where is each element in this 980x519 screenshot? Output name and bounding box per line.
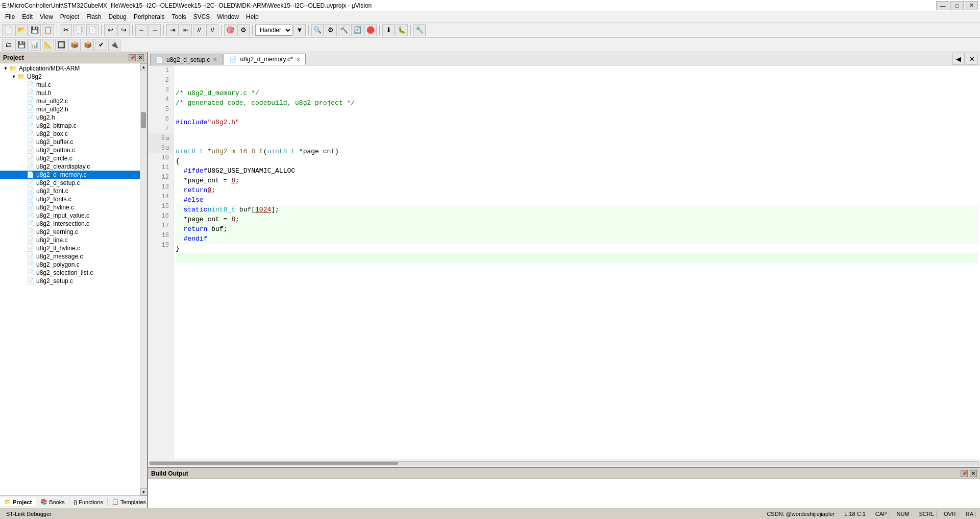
collapse-btn-9[interactable]: ⊟	[166, 145, 169, 151]
build-output-close[interactable]: ✕	[970, 470, 977, 477]
magic-wand-button[interactable]: 🔧	[413, 24, 426, 36]
menu-item-tools[interactable]: Tools	[169, 12, 189, 21]
handler-combo[interactable]: Handler	[255, 25, 292, 36]
tree-item-17[interactable]: 📄u8g2_hvline.c	[0, 203, 140, 211]
code-line-8[interactable]: {	[176, 156, 978, 166]
start-debug-button[interactable]: 🐛	[396, 24, 408, 36]
cut-button[interactable]: ✂	[60, 24, 72, 36]
nav-back-button[interactable]: ←	[135, 24, 148, 36]
redo-button[interactable]: ↪	[117, 24, 130, 36]
code-line-4[interactable]: #include "u8g2.h"	[176, 117, 978, 127]
check-in-out-button[interactable]: ✔	[95, 39, 107, 51]
code-line-6[interactable]	[176, 137, 978, 147]
code-line-12[interactable]: #else	[176, 195, 978, 205]
undo-button[interactable]: ↩	[104, 24, 116, 36]
tree-item-24[interactable]: 📄u8g2_polygon.c	[0, 261, 140, 269]
comment-button[interactable]: //	[193, 24, 205, 36]
manage-run-thread-button[interactable]: ▼	[293, 24, 306, 36]
tree-item-4[interactable]: 📄mui_u8g2.c	[0, 97, 140, 105]
tree-item-13[interactable]: 📄u8g2_d_memory.c	[0, 171, 140, 179]
tree-item-21[interactable]: 📄u8g2_line.c	[0, 236, 140, 244]
code-line-16[interactable]: #endif	[176, 234, 978, 244]
code-line-3[interactable]	[176, 108, 978, 117]
tree-item-12[interactable]: 📄u8g2_cleardisplay.c	[0, 162, 140, 171]
code-line-11[interactable]: return 0;	[176, 185, 978, 195]
menu-item-peripherals[interactable]: Peripherals	[131, 12, 168, 21]
tree-item-3[interactable]: 📄mui.h	[0, 89, 140, 97]
save-files-button[interactable]: 💾	[15, 39, 28, 51]
tree-item-25[interactable]: 📄u8g2_selection_list.c	[0, 269, 140, 277]
tree-item-10[interactable]: 📄u8g2_button.c	[0, 146, 140, 154]
download-button[interactable]: ⬇	[382, 24, 395, 36]
indent-button[interactable]: ⇥	[166, 24, 179, 36]
code-scrollbar[interactable]	[148, 459, 980, 467]
new-file-button[interactable]: 📄	[2, 24, 14, 36]
tree-expander-1[interactable]: ▼	[10, 73, 17, 80]
code-content[interactable]: /* u8g2_d_memory.c *//* generated code, …	[174, 65, 980, 459]
menu-item-debug[interactable]: Debug	[106, 12, 130, 21]
stop-build-button[interactable]: 🛑	[364, 24, 377, 36]
save-all-button[interactable]: 📋	[42, 24, 54, 36]
minimize-button[interactable]: —	[936, 1, 949, 10]
code-line-7[interactable]: uint8_t *u8g2_m_16_8_f(uint8_t *page_cnt…	[176, 147, 978, 156]
open-target-opts-button[interactable]: ⚙	[237, 24, 250, 36]
tree-item-18[interactable]: 📄u8g2_input_value.c	[0, 211, 140, 220]
tree-item-0[interactable]: ▼📁Application/MDK-ARM	[0, 64, 140, 73]
tree-item-11[interactable]: 📄u8g2_circle.c	[0, 154, 140, 162]
logic-analyzer-button[interactable]: 📐	[42, 39, 54, 51]
nav-forward-button[interactable]: →	[149, 24, 161, 36]
translate-button[interactable]: ⚙	[325, 24, 337, 36]
tree-item-20[interactable]: 📄u8g2_kerning.c	[0, 228, 140, 236]
code-tab-close-1[interactable]: ✕	[296, 57, 300, 62]
extension-button[interactable]: 🔌	[108, 39, 120, 51]
tree-item-7[interactable]: 📄u8g2_bitmap.c	[0, 122, 140, 130]
panel-close-button[interactable]: ✕	[137, 54, 144, 61]
code-line-10[interactable]: *page_cnt = 8;	[176, 176, 978, 185]
code-line-17[interactable]: }	[176, 244, 978, 253]
code-tab-close-0[interactable]: ✕	[213, 57, 217, 62]
tab-close-button[interactable]: ✕	[966, 53, 978, 65]
code-line-18[interactable]	[176, 253, 978, 263]
scroll-thumb[interactable]	[141, 112, 146, 128]
tree-item-22[interactable]: 📄u8g2_ll_hvline.c	[0, 244, 140, 252]
tab-list-button[interactable]: ◀	[952, 53, 965, 65]
open-project-env-button[interactable]: 🎯	[224, 24, 236, 36]
tree-item-6[interactable]: 📄u8g2.h	[0, 113, 140, 122]
pack-manager-button[interactable]: 📦	[82, 39, 94, 51]
outdent-button[interactable]: ⇤	[180, 24, 192, 36]
scroll-track[interactable]	[140, 70, 148, 488]
tree-item-15[interactable]: 📄u8g2_font.c	[0, 187, 140, 195]
tree-item-16[interactable]: 📄u8g2_fonts.c	[0, 195, 140, 203]
menu-item-help[interactable]: Help	[243, 12, 262, 21]
perf-analyzer-button[interactable]: 📊	[29, 39, 41, 51]
horizontal-scroll-thumb[interactable]	[150, 462, 398, 465]
system-viewer-button[interactable]: 🔲	[55, 39, 67, 51]
tree-expander-0[interactable]: ▼	[2, 65, 9, 72]
close-button[interactable]: ✕	[965, 1, 978, 10]
tree-item-26[interactable]: 📄u8g2_setup.c	[0, 277, 140, 285]
menu-item-view[interactable]: View	[37, 12, 56, 21]
copy-button[interactable]: 📑	[73, 24, 85, 36]
menu-item-edit[interactable]: Edit	[19, 12, 36, 21]
code-tab-1[interactable]: 📄u8g2_d_memory.c*✕	[224, 54, 305, 65]
project-tab-books[interactable]: 📚Books	[36, 498, 69, 506]
tree-item-19[interactable]: 📄u8g2_intersection.c	[0, 220, 140, 228]
tree-item-14[interactable]: 📄u8g2_d_setup.c	[0, 179, 140, 187]
code-line-2[interactable]: /* generated code, codebuild, u8g2 proje…	[176, 98, 978, 108]
build-output-pin[interactable]: 📌	[961, 470, 968, 477]
project-tab-project[interactable]: 📁Project	[0, 498, 36, 506]
tree-item-5[interactable]: 📄mui_u8g2.h	[0, 105, 140, 113]
uncomment-button[interactable]: //	[206, 24, 218, 36]
code-line-19[interactable]	[176, 263, 978, 273]
menu-item-file[interactable]: File	[2, 12, 18, 21]
build-all-button[interactable]: 🔨	[338, 24, 350, 36]
code-line-14[interactable]: *page_cnt = 8;	[176, 215, 978, 224]
project-tab-templates[interactable]: 📋Templates	[108, 498, 151, 506]
project-tab-functions[interactable]: {}Functions	[69, 498, 108, 506]
code-line-13[interactable]: static uint8_t buf[1024];	[176, 205, 978, 215]
scroll-up-button[interactable]: ▲	[140, 63, 148, 70]
open-button[interactable]: 📂	[15, 24, 28, 36]
code-line-9[interactable]: #ifdef U8G2_USE_DYNAMIC_ALLOC	[176, 166, 978, 176]
menu-item-svcs[interactable]: SVCS	[190, 12, 213, 21]
project-window-button[interactable]: 🗂	[2, 39, 14, 51]
